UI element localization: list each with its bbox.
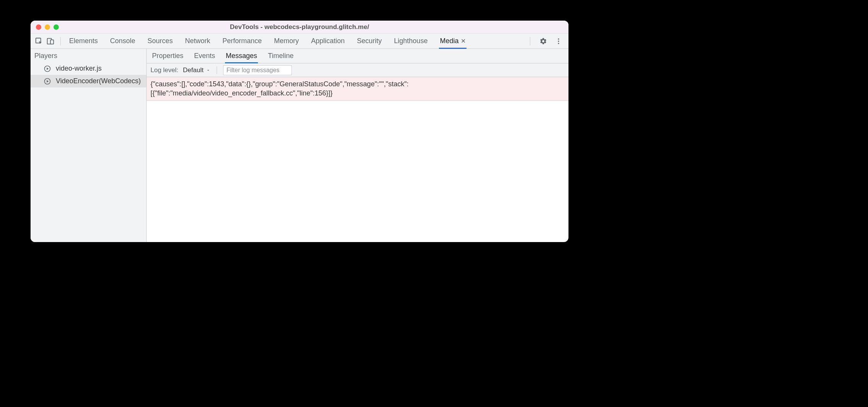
players-sidebar: Players video-worker.jsVideoEncoder(WebC… bbox=[31, 49, 147, 242]
subtab-properties[interactable]: Properties bbox=[152, 49, 183, 63]
messages-area: {"causes":[],"code":1543,"data":{},"grou… bbox=[147, 77, 568, 101]
loglevel-select[interactable]: Default bbox=[183, 66, 211, 74]
tab-label: Elements bbox=[69, 37, 98, 45]
tab-label: Console bbox=[110, 37, 135, 45]
log-message[interactable]: {"causes":[],"code":1543,"data":{},"grou… bbox=[147, 77, 568, 101]
tab-label: Sources bbox=[147, 37, 173, 45]
tab-media[interactable]: Media✕ bbox=[440, 34, 466, 48]
inspect-element-icon[interactable] bbox=[34, 36, 44, 47]
main-tabstrip: ElementsConsoleSourcesNetworkPerformance… bbox=[31, 34, 568, 49]
devtools-window: DevTools - webcodecs-playground.glitch.m… bbox=[31, 21, 568, 242]
loglevel-value: Default bbox=[183, 66, 204, 74]
subtab-events[interactable]: Events bbox=[194, 49, 215, 63]
close-icon[interactable]: ✕ bbox=[461, 37, 466, 45]
separator bbox=[530, 37, 530, 45]
tab-label: Network bbox=[185, 37, 210, 45]
svg-point-3 bbox=[558, 38, 559, 39]
tab-label: Memory bbox=[274, 37, 299, 45]
body-split: Players video-worker.jsVideoEncoder(WebC… bbox=[31, 49, 568, 242]
window-maximize-button[interactable] bbox=[53, 24, 59, 30]
tab-memory[interactable]: Memory bbox=[274, 34, 299, 48]
tab-performance[interactable]: Performance bbox=[222, 34, 262, 48]
tab-console[interactable]: Console bbox=[110, 34, 135, 48]
separator bbox=[217, 66, 217, 74]
gear-icon[interactable] bbox=[538, 36, 549, 47]
filter-input[interactable] bbox=[223, 65, 292, 75]
tab-label: Media bbox=[440, 37, 458, 45]
tab-label: Lighthouse bbox=[394, 37, 428, 45]
traffic-lights bbox=[36, 24, 59, 30]
media-subtabstrip: PropertiesEventsMessagesTimeline bbox=[147, 49, 568, 63]
window-title: DevTools - webcodecs-playground.glitch.m… bbox=[31, 23, 568, 31]
subtab-messages[interactable]: Messages bbox=[226, 49, 257, 63]
play-icon bbox=[44, 78, 51, 85]
chevron-down-icon bbox=[206, 68, 211, 73]
player-label: VideoEncoder(WebCodecs) bbox=[56, 77, 141, 85]
tab-label: Application bbox=[311, 37, 345, 45]
tab-label: Performance bbox=[222, 37, 262, 45]
tab-network[interactable]: Network bbox=[185, 34, 210, 48]
play-icon bbox=[44, 65, 51, 73]
tab-lighthouse[interactable]: Lighthouse bbox=[394, 34, 428, 48]
player-label: video-worker.js bbox=[56, 65, 102, 73]
window-minimize-button[interactable] bbox=[45, 24, 50, 30]
titlebar: DevTools - webcodecs-playground.glitch.m… bbox=[31, 21, 568, 34]
tab-security[interactable]: Security bbox=[357, 34, 382, 48]
svg-rect-2 bbox=[50, 40, 53, 44]
tab-label: Security bbox=[357, 37, 382, 45]
player-item[interactable]: video-worker.js bbox=[31, 62, 146, 75]
tab-sources[interactable]: Sources bbox=[147, 34, 173, 48]
players-title: Players bbox=[31, 49, 146, 62]
device-toggle-icon[interactable] bbox=[45, 36, 56, 47]
loglevel-label: Log level: bbox=[151, 66, 178, 74]
svg-point-4 bbox=[558, 40, 559, 42]
tab-application[interactable]: Application bbox=[311, 34, 345, 48]
messages-toolbar: Log level: Default bbox=[147, 63, 568, 77]
window-close-button[interactable] bbox=[36, 24, 41, 30]
kebab-menu-icon[interactable] bbox=[553, 36, 564, 47]
svg-point-5 bbox=[558, 43, 559, 44]
tab-elements[interactable]: Elements bbox=[69, 34, 98, 48]
separator bbox=[60, 37, 61, 45]
subtab-timeline[interactable]: Timeline bbox=[268, 49, 293, 63]
player-item[interactable]: VideoEncoder(WebCodecs) bbox=[31, 75, 146, 87]
media-content: PropertiesEventsMessagesTimeline Log lev… bbox=[147, 49, 568, 242]
